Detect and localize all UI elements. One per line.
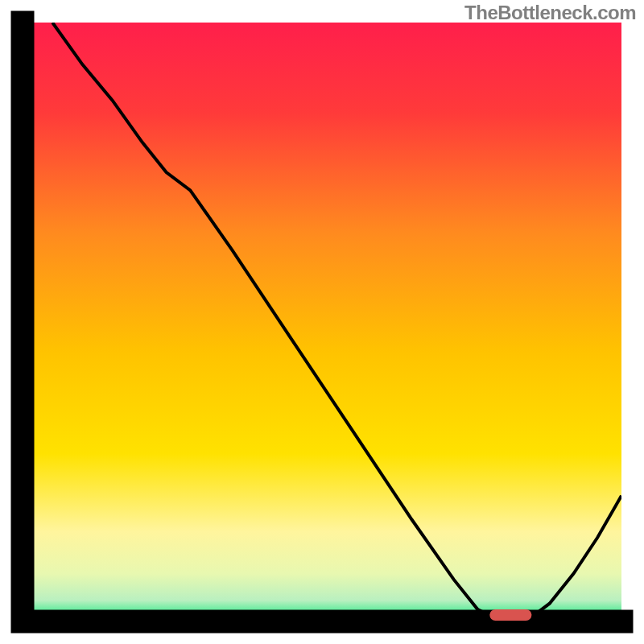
chart-svg	[0, 0, 644, 644]
heat-gradient-bg	[23, 23, 621, 621]
bottleneck-chart: TheBottleneck.com	[0, 0, 644, 644]
optimal-range-marker	[489, 609, 531, 621]
